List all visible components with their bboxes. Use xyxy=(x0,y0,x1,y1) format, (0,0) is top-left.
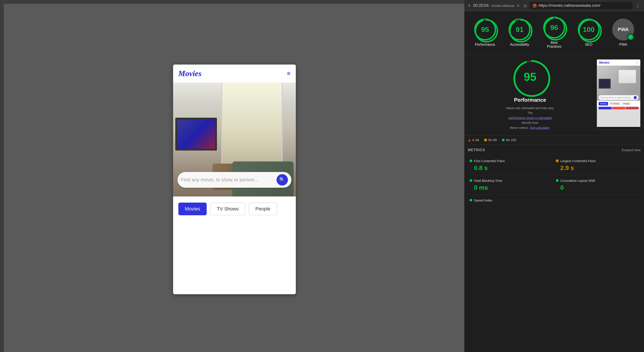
ruler-left xyxy=(0,0,4,352)
browser-timer: 00:20:04 xyxy=(473,3,489,8)
site-name: movies.nathanas xyxy=(491,4,514,7)
metrics-grid: First Contentful Paint 0.8 s Largest Con… xyxy=(468,156,640,207)
ss-strip-3 xyxy=(626,107,638,109)
metrics-header: METRICS Expand view xyxy=(468,148,640,152)
calculator-link[interactable]: See calculator. xyxy=(530,126,550,130)
pwa-check-icon: ✓ xyxy=(627,33,634,40)
seo-label: SEO xyxy=(585,43,592,47)
left-panel: Movies ≡ Find any movie, tv show or pers… xyxy=(0,0,464,352)
screenshot-preview: Movies ✕ Find any movie, tv show or pers… xyxy=(597,59,640,130)
lcp-name: Largest Contentful Paint xyxy=(560,159,596,163)
fail-range: 0–49 xyxy=(472,138,479,142)
tab-people[interactable]: People xyxy=(249,202,277,215)
site-favicon: 🎬 xyxy=(532,3,537,8)
screenshot-body: Find any movie, tv show or person... Mov… xyxy=(597,66,640,127)
tab-movies[interactable]: Movies xyxy=(178,202,207,215)
metrics-title: METRICS xyxy=(468,148,485,152)
tv-screen xyxy=(175,118,217,151)
average-icon xyxy=(484,139,487,141)
metric-fcp: First Contentful Paint 0.8 s xyxy=(468,156,554,175)
big-score-number: 95 xyxy=(524,70,536,83)
ss-tab-people: People xyxy=(622,102,631,105)
metric-fcp-name-row: First Contentful Paint xyxy=(470,159,552,163)
performance-label: Performance xyxy=(475,43,495,47)
main-score-left: 95 Performance Values are estimated and … xyxy=(468,59,592,130)
ss-tv xyxy=(599,79,611,89)
nav-tabs: Movies TV Shows People xyxy=(173,196,296,221)
metric-cls-name-row: Cumulative Layout Shift xyxy=(556,179,639,182)
metrics-section: METRICS Expand view First Contentful Pai… xyxy=(464,145,644,211)
hero-image: Find any movie, tv show or person... 🔍 xyxy=(173,83,296,196)
fcp-value: 0.8 s xyxy=(470,165,552,172)
score-description: Values are estimated and may vary. The p… xyxy=(504,106,556,130)
device-mockup: Movies ≡ Find any movie, tv show or pers… xyxy=(173,65,296,294)
ss-search: Find any movie, tv show or person... xyxy=(599,95,638,100)
ss-color-strips xyxy=(597,107,640,111)
more-options-icon[interactable]: ⋮ xyxy=(635,3,640,9)
good-icon xyxy=(502,139,505,141)
fcp-dot xyxy=(470,160,472,162)
search-bar-container: Find any movie, tv show or person... 🔍 xyxy=(178,172,292,188)
lcp-value: 2.9 s xyxy=(556,165,639,172)
metric-tbt: Total Blocking Time 0 ms xyxy=(468,175,554,195)
url-bar[interactable]: 🎬 https://movies.nathanasowata.com/ xyxy=(530,2,632,9)
si-name: Speed Index xyxy=(474,198,492,202)
ss-tab-movies: Movies xyxy=(599,102,608,105)
cls-value: 0 xyxy=(556,184,639,191)
metric-lcp-name-row: Largest Contentful Paint xyxy=(556,159,639,163)
performance-calc-link[interactable]: performance score is calculated xyxy=(508,116,552,120)
accessibility-label: Accessibility xyxy=(510,43,529,47)
best-practices-label: BestPractices xyxy=(547,41,562,49)
accessibility-score: 91 xyxy=(516,26,524,34)
ss-search-icon xyxy=(634,96,637,99)
app-logo: Movies xyxy=(178,69,202,78)
score-pwa: PWA ✓ PWA xyxy=(612,18,634,47)
metric-tbt-name-row: Total Blocking Time xyxy=(470,179,552,182)
tbt-dot xyxy=(470,179,472,182)
search-bar[interactable]: Find any movie, tv show or person... 🔍 xyxy=(178,172,292,188)
best-practices-circle: 96 xyxy=(543,17,565,38)
new-tab-icon[interactable]: + xyxy=(468,3,471,8)
performance-score: 95 xyxy=(481,26,489,34)
pwa-badge: PWA ✓ xyxy=(612,18,634,40)
performance-circle: 95 xyxy=(474,18,496,40)
window-light xyxy=(221,83,283,166)
tbt-value: 0 ms xyxy=(470,184,552,191)
ss-window xyxy=(618,70,636,83)
dropdown-icon[interactable]: ▾ xyxy=(517,3,519,8)
ss-strip-1 xyxy=(599,107,612,109)
tab-tvshows[interactable]: TV Shows xyxy=(210,202,245,215)
ss-tab-tvshows: TV Shows xyxy=(609,102,621,105)
screenshot-room: Find any movie, tv show or person... xyxy=(597,66,640,101)
right-panel: + 00:20:04 movies.nathanas ▾ ⊘ 🎬 https:/… xyxy=(464,0,644,352)
metric-si-name-row: Speed Index xyxy=(470,198,552,202)
browser-bar: + 00:20:04 movies.nathanas ▾ ⊘ 🎬 https:/… xyxy=(464,0,644,11)
tbt-name: Total Blocking Time xyxy=(474,179,502,182)
fail-icon xyxy=(468,139,471,141)
good-range: 90–100 xyxy=(506,138,516,142)
score-seo: 100 SEO xyxy=(578,18,600,47)
hamburger-icon[interactable]: ≡ xyxy=(287,70,290,77)
search-button[interactable]: 🔍 xyxy=(276,174,288,185)
fcp-name: First Contentful Paint xyxy=(474,159,505,163)
legend-section: 0–49 50–89 90–100 xyxy=(464,136,644,145)
ss-nav: Movies TV Shows People xyxy=(597,101,640,107)
search-placeholder: Find any movie, tv show or person... xyxy=(181,177,276,183)
lcp-square xyxy=(556,160,558,162)
ss-strip-2 xyxy=(612,107,625,109)
metric-lcp: Largest Contentful Paint 2.9 s xyxy=(554,156,640,175)
si-dot xyxy=(470,199,472,201)
screenshot-logo: Movies xyxy=(599,61,610,64)
legend-fail: 0–49 xyxy=(468,138,479,142)
average-range: 50–89 xyxy=(488,138,497,142)
expand-view-button[interactable]: Expand view xyxy=(622,148,640,152)
ruler-top xyxy=(0,0,464,4)
scores-section: 95 Performance 91 Accessibility xyxy=(464,11,644,54)
stop-icon[interactable]: ⊘ xyxy=(524,3,527,8)
url-text: https://movies.nathanasowata.com/ xyxy=(538,3,600,8)
best-practices-score: 96 xyxy=(550,24,558,32)
main-score-title: Performance xyxy=(514,97,546,103)
screenshot-close: ✕ xyxy=(636,61,638,64)
legend-good: 90–100 xyxy=(502,138,516,142)
main-score-section: 95 Performance Values are estimated and … xyxy=(464,54,644,136)
